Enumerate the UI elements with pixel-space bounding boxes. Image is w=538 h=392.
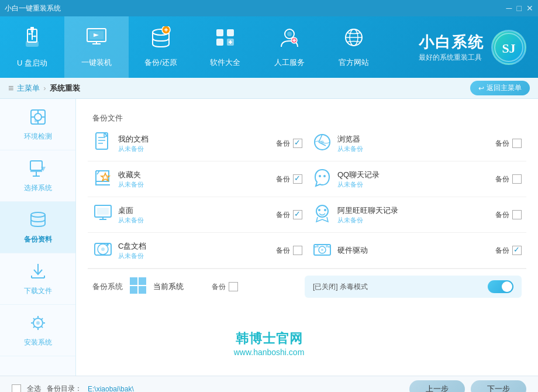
sidebar-item-install-sys[interactable]: 安装系统 [0, 305, 75, 356]
nav-support[interactable]: 人工服务 [257, 16, 322, 78]
nav-install[interactable]: 一键装机 [64, 16, 129, 78]
hardware-name: 硬件驱动 [337, 245, 491, 256]
svg-line-54 [33, 318, 35, 319]
window-controls: ─ □ ✕ [506, 4, 533, 13]
my-docs-name: 我的文档 [118, 134, 271, 145]
svg-point-79 [101, 247, 105, 251]
browser-checkbox[interactable] [512, 139, 522, 148]
nav-software[interactable]: 软件大全 [193, 16, 257, 78]
qq-icon [312, 167, 333, 191]
backup-dir-value[interactable]: E:\xiaobai\bak\ [88, 385, 134, 393]
backup-row-4: C盘文档 从未备份 备份 [88, 233, 526, 269]
svg-rect-89 [139, 277, 146, 285]
sidebar-item-select[interactable]: 选择系统 [0, 150, 75, 202]
backup-col-aliwang: 阿里旺旺聊天记录 从未备份 备份 [307, 197, 526, 232]
my-docs-status: 从未备份 [118, 145, 271, 153]
svg-point-80 [106, 243, 109, 246]
svg-rect-17 [216, 29, 223, 36]
close-btn[interactable]: ✕ [526, 4, 533, 13]
my-docs-checkbox[interactable] [293, 139, 302, 148]
browser-icon [312, 132, 333, 155]
qq-action-label: 备份 [495, 174, 509, 184]
breadcrumb-current: 系统重装 [50, 83, 80, 94]
system-backup-row: 备份系统 当前系统 备份 [已关闭] [88, 269, 526, 304]
svg-point-24 [287, 32, 292, 36]
brand-name: 小白系统 [419, 32, 484, 53]
svg-rect-2 [26, 41, 39, 47]
antivirus-container: [已关闭] 杀毒模式 [305, 276, 522, 298]
browser-action-label: 备份 [495, 139, 509, 149]
web-icon [342, 26, 365, 54]
qq-checkbox[interactable] [512, 174, 522, 184]
svg-point-84 [326, 245, 328, 247]
next-button[interactable]: 下一步 [471, 380, 526, 393]
select-icon [28, 159, 48, 180]
nav-website[interactable]: 官方网站 [322, 16, 386, 78]
backup-icon [149, 26, 173, 54]
nav-website-label: 官方网站 [339, 57, 369, 68]
titlebar: 小白一键重装系统 ─ □ ✕ [0, 0, 538, 16]
content-area: 备份文件 我的文档 从未备份 [76, 99, 538, 376]
backup-row-1: 我的文档 从未备份 备份 [88, 126, 526, 161]
my-docs-action-label: 备份 [276, 139, 290, 149]
svg-rect-18 [227, 29, 234, 36]
system-checkbox[interactable] [229, 282, 238, 291]
select-all-checkbox[interactable] [12, 384, 21, 393]
nav-backup[interactable]: 备份/还原 [129, 16, 193, 78]
breadcrumb-home[interactable]: 主菜单 [17, 83, 40, 94]
c-docs-action-label: 备份 [276, 246, 290, 256]
brand-logo: SJ [491, 30, 526, 65]
env-label: 环境检测 [24, 132, 52, 142]
antivirus-label: [已关闭] 杀毒模式 [313, 282, 481, 292]
sidebar-item-env[interactable]: 环境检测 [0, 99, 75, 150]
nav-install-label: 一键装机 [81, 57, 112, 68]
minimize-btn[interactable]: ─ [506, 4, 512, 13]
hardware-icon [312, 239, 333, 262]
c-docs-checkbox[interactable] [293, 246, 302, 255]
sidebar-item-download[interactable]: 下载文件 [0, 253, 75, 305]
svg-point-6 [29, 33, 30, 35]
svg-line-56 [42, 318, 43, 319]
back-arrow-icon: ↩ [478, 84, 484, 92]
nav-usb[interactable]: U 盘启动 [0, 16, 64, 78]
maximize-btn[interactable]: □ [517, 4, 522, 13]
prev-button[interactable]: 上一步 [409, 380, 465, 393]
aliwang-status: 从未备份 [337, 216, 491, 225]
svg-point-58 [36, 321, 40, 325]
backup-col-favorites: 收藏夹 从未备份 备份 [88, 161, 307, 197]
qq-name: QQ聊天记录 [337, 170, 491, 180]
sidebar-item-backup-data[interactable]: 备份资料 [0, 202, 75, 253]
svg-point-4 [31, 30, 33, 33]
nav-backup-label: 备份/还原 [144, 57, 177, 68]
backup-row-2: 收藏夹 从未备份 备份 QQ聊天记录 从 [88, 161, 526, 197]
back-label: 返回主菜单 [487, 83, 522, 93]
hardware-checkbox[interactable] [512, 246, 522, 255]
nav-support-label: 人工服务 [274, 57, 305, 68]
svg-point-34 [35, 114, 42, 121]
browser-name: 浏览器 [337, 134, 491, 145]
aliwang-checkbox[interactable] [512, 210, 522, 219]
backup-col-qq: QQ聊天记录 从未备份 备份 [307, 161, 526, 197]
download-label: 下载文件 [24, 286, 52, 296]
app-title: 小白一键重装系统 [5, 4, 61, 13]
backup-col-c-docs: C盘文档 从未备份 备份 [88, 233, 307, 268]
desktop-status: 从未备份 [118, 216, 271, 225]
back-button[interactable]: ↩ 返回主菜单 [470, 81, 530, 95]
select-label: 选择系统 [24, 183, 52, 193]
backup-col-hardware: 硬件驱动 备份 [307, 233, 526, 268]
backup-col-my-docs: 我的文档 从未备份 备份 [88, 126, 307, 161]
c-docs-name: C盘文档 [118, 241, 271, 252]
nav-usb-label: U 盘启动 [17, 58, 47, 68]
install-sys-label: 安装系统 [24, 338, 52, 348]
svg-point-75 [318, 209, 320, 211]
section-backup-files-label: 备份文件 [88, 108, 526, 126]
download-icon [28, 262, 48, 283]
svg-rect-91 [139, 286, 146, 294]
favorites-checkbox[interactable] [293, 174, 302, 184]
antivirus-toggle[interactable] [488, 280, 513, 293]
aliwang-action-label: 备份 [495, 210, 509, 220]
breadcrumb: ≡ 主菜单 › 系统重装 ↩ 返回主菜单 [0, 78, 538, 99]
docs-icon [92, 132, 113, 155]
system-item-name: 当前系统 [153, 281, 184, 292]
desktop-checkbox[interactable] [293, 210, 302, 219]
